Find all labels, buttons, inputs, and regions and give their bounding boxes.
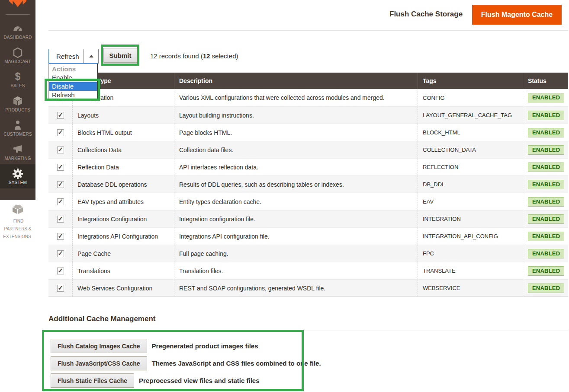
sidebar-item-system[interactable]: SYSTEM — [0, 164, 35, 188]
flush-magento-cache-button[interactable]: Flush Magento Cache — [472, 5, 562, 25]
dropdown-option-refresh[interactable]: Refresh — [49, 91, 97, 99]
mass-action-select[interactable]: Refresh — [48, 49, 99, 64]
cache-type-cell: Integrations Configuration — [72, 210, 174, 227]
flush-cache-storage-button[interactable]: Flush Cache Storage — [389, 10, 463, 19]
sidebar-item-marketing[interactable]: MARKETING — [0, 140, 35, 164]
box-icon — [1, 96, 35, 106]
row-checkbox[interactable] — [57, 250, 64, 257]
status-badge: ENABLED — [528, 145, 564, 155]
table-row: Page Cache Full page caching. FPC ENABLE… — [48, 245, 568, 262]
cache-type-cell: Page Cache — [72, 245, 174, 262]
table-row: Integrations Configuration Integration c… — [48, 210, 568, 227]
sidebar-item-sales[interactable]: $ SALES — [0, 67, 35, 92]
person-icon — [1, 120, 35, 130]
magento-logo[interactable] — [9, 0, 26, 7]
row-checkbox[interactable] — [57, 147, 64, 153]
row-checkbox[interactable] — [57, 129, 64, 136]
cache-type-cell: Layouts — [72, 107, 174, 124]
cache-type-cell: EAV types and attributes — [72, 193, 174, 210]
sidebar-item-magiccart[interactable]: MAGICCART — [0, 43, 35, 67]
description-cell: Integrations API configuration file. — [174, 228, 418, 245]
tags-cell: CONFIG — [418, 89, 523, 106]
submit-button[interactable]: Submit — [103, 48, 137, 63]
status-badge: ENABLED — [528, 232, 564, 241]
gear-icon — [1, 168, 35, 178]
column-header-tags[interactable]: Tags — [418, 73, 523, 89]
sidebar-item-dashboard[interactable]: DASHBOARD — [0, 19, 35, 43]
cache-table-body: Configuration Various XML configurations… — [48, 89, 568, 296]
flush-js-css-button[interactable]: Flush JavaScript/CSS Cache — [51, 356, 147, 370]
sidebar-menu: DASHBOARD MAGICCART $ SALES PRODUCTS CUS… — [0, 19, 35, 188]
flush-static-files-button[interactable]: Flush Static Files Cache — [51, 373, 134, 388]
column-header-status[interactable]: Status — [523, 73, 568, 89]
status-badge: ENABLED — [528, 111, 564, 120]
row-checkbox[interactable] — [57, 233, 64, 240]
description-cell: Collection data files. — [174, 141, 418, 158]
table-row: Collections Data Collection data files. … — [48, 141, 568, 158]
hexagon-icon — [1, 47, 35, 57]
tags-cell: BLOCK_HTML — [418, 124, 523, 141]
cache-type-cell: Integrations API Configuration — [72, 228, 174, 245]
status-badge: ENABLED — [528, 214, 564, 224]
table-row: Blocks HTML output Page blocks HTML. BLO… — [48, 124, 568, 141]
flush-catalog-images-description: Pregenerated product images files — [152, 342, 258, 350]
table-row: EAV types and attributes Entity types de… — [48, 193, 568, 210]
mass-action-dropdown-menu: Actions Enable Disable Refresh — [48, 64, 98, 100]
sidebar-item-label: FIND PARTNERS & EXTENSIONS — [3, 219, 32, 239]
flush-static-files-row: Flush Static Files Cache Preprocessed vi… — [51, 373, 260, 388]
sidebar-item-find-partners[interactable]: FIND PARTNERS & EXTENSIONS — [0, 203, 35, 240]
flush-static-files-description: Preprocessed view files and static files — [139, 377, 259, 384]
row-checkbox[interactable] — [57, 285, 64, 292]
column-header-description[interactable]: Description — [174, 73, 418, 89]
cache-type-cell: Translations — [72, 262, 174, 279]
table-row: Integrations API Configuration Integrati… — [48, 227, 568, 245]
tags-cell: INTEGRATION — [418, 210, 523, 227]
admin-sidebar: DASHBOARD MAGICCART $ SALES PRODUCTS CUS… — [0, 0, 35, 200]
cache-type-cell: Database DDL operations — [72, 176, 174, 193]
dropdown-option-enable[interactable]: Enable — [49, 73, 97, 82]
status-badge: ENABLED — [528, 93, 564, 102]
cache-grid-header: Cache Type Description Tags Status — [48, 73, 568, 89]
row-checkbox[interactable] — [57, 216, 64, 223]
records-found-text: 12 records found (12 selected) — [150, 52, 238, 60]
description-cell: Integration configuration file. — [174, 210, 418, 227]
cache-type-cell: Reflection Data — [72, 159, 174, 175]
sidebar-item-label: SYSTEM — [1, 180, 35, 185]
description-cell: API interfaces reflection data. — [174, 159, 418, 175]
row-checkbox[interactable] — [57, 164, 64, 171]
sidebar-item-customers[interactable]: CUSTOMERS — [0, 116, 35, 140]
cache-grid: Cache Type Description Tags Status Confi… — [48, 73, 568, 297]
status-badge: ENABLED — [528, 180, 564, 189]
row-checkbox[interactable] — [57, 268, 64, 274]
tags-cell: TRANSLATE — [418, 262, 523, 279]
status-badge: ENABLED — [528, 197, 564, 207]
tags-cell: REFLECTION — [418, 159, 523, 175]
row-checkbox[interactable] — [57, 198, 64, 205]
dropdown-group-label: Actions — [49, 65, 97, 73]
cache-type-cell: Blocks HTML output — [72, 124, 174, 141]
table-row: Translations Translation files. TRANSLAT… — [48, 262, 568, 279]
table-row: Reflection Data API interfaces reflectio… — [48, 158, 568, 175]
cache-type-cell: Web Services Configuration — [72, 280, 174, 296]
tags-cell: EAV — [418, 193, 523, 210]
select-arrow-button[interactable] — [84, 49, 98, 63]
description-cell: Various XML configurations that were col… — [174, 89, 418, 106]
description-cell: Entity types declaration cache. — [174, 193, 418, 210]
row-checkbox[interactable] — [57, 112, 64, 119]
flush-catalog-images-button[interactable]: Flush Catalog Images Cache — [51, 339, 147, 353]
description-cell: Full page caching. — [174, 245, 418, 262]
megaphone-icon — [1, 144, 35, 154]
sidebar-item-products[interactable]: PRODUCTS — [0, 92, 35, 116]
tags-cell: COLLECTION_DATA — [418, 141, 523, 158]
additional-cache-title: Additional Cache Management — [48, 315, 155, 323]
dropdown-option-disable[interactable]: Disable — [49, 82, 97, 91]
status-badge: ENABLED — [528, 266, 564, 276]
tags-cell: INTEGRATION_API_CONFIG — [418, 228, 523, 245]
status-badge: ENABLED — [528, 128, 564, 137]
description-cell: Translation files. — [174, 262, 418, 279]
description-cell: Layout building instructions. — [174, 107, 418, 124]
flush-js-css-description: Themes JavaScript and CSS files combined… — [152, 360, 321, 367]
tags-cell: LAYOUT_GENERAL_CACHE_TAG — [418, 107, 523, 124]
status-badge: ENABLED — [528, 249, 564, 258]
row-checkbox[interactable] — [57, 181, 64, 188]
